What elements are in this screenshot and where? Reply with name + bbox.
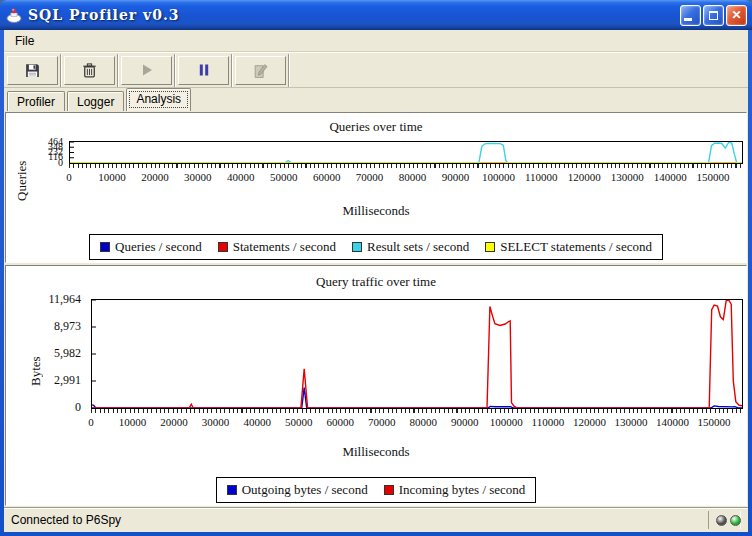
legend-swatch-icon [352, 242, 362, 252]
toolbar-separator [60, 54, 62, 87]
x-axis-minor-ticks [91, 409, 743, 413]
menu-bar: File [4, 30, 748, 52]
minimize-button[interactable] [680, 5, 701, 26]
series-line [92, 388, 742, 408]
legend-item: SELECT statements / second [485, 239, 652, 255]
toolbar-separator [231, 54, 233, 87]
connection-indicators [708, 511, 741, 529]
plot-area [91, 299, 743, 409]
tab-logger[interactable]: Logger [67, 91, 124, 111]
app-icon [5, 6, 23, 24]
legend-swatch-icon [485, 242, 495, 252]
menu-file[interactable]: File [8, 31, 41, 51]
window-controls: ✕ [680, 5, 747, 26]
chart-legend: Queries / secondStatements / secondResul… [6, 234, 746, 260]
series-line [92, 300, 742, 408]
x-axis-label: Milliseconds [6, 203, 746, 219]
window-title: SQL Profiler v0.3 [28, 7, 180, 23]
save-icon [24, 62, 41, 79]
status-text: Connected to P6Spy [11, 513, 121, 527]
edit-button[interactable] [235, 56, 286, 85]
save-button[interactable] [7, 56, 58, 85]
tab-profiler[interactable]: Profiler [7, 91, 65, 111]
chart-lines [92, 300, 742, 408]
x-axis-ticks: 0100002000030000400005000060000700008000… [91, 416, 743, 430]
close-button[interactable]: ✕ [726, 5, 747, 26]
y-tick-label: 0 [3, 402, 81, 413]
legend-label: SELECT statements / second [500, 239, 652, 255]
delete-button[interactable] [64, 56, 115, 85]
trash-icon [81, 62, 98, 79]
chart-title: Queries over time [6, 119, 746, 135]
maximize-icon [709, 11, 718, 20]
chart-legend: Outgoing bytes / secondIncoming bytes / … [6, 477, 746, 503]
app-window: SQL Profiler v0.3 ✕ File [0, 0, 752, 536]
legend-swatch-icon [100, 242, 110, 252]
legend-item: Outgoing bytes / second [227, 482, 368, 498]
legend-swatch-icon [384, 485, 394, 495]
y-tick-label: 0 [39, 157, 63, 168]
toolbar-separator [288, 54, 290, 87]
tab-analysis[interactable]: Analysis [126, 88, 191, 111]
chart-title: Query traffic over time [6, 274, 746, 290]
legend-label: Outgoing bytes / second [242, 482, 368, 498]
x-tick-label: 150000 [688, 416, 740, 428]
y-tick-label: 11,964 [3, 294, 81, 305]
play-icon [139, 62, 155, 78]
maximize-button[interactable] [703, 5, 724, 26]
legend-item: Statements / second [218, 239, 336, 255]
y-tick-label: 8,973 [3, 321, 81, 332]
legend-item: Incoming bytes / second [384, 482, 526, 498]
edit-icon [252, 62, 269, 79]
toolbar [4, 52, 748, 88]
plot-area [69, 141, 743, 164]
toolbar-separator [174, 54, 176, 87]
status-led-off-icon [716, 515, 727, 526]
legend-item: Queries / second [100, 239, 202, 255]
y-axis-ticks: 11,9648,9735,9822,9910 [6, 299, 84, 409]
legend-swatch-icon [227, 485, 237, 495]
chart-query-traffic-over-time: Query traffic over time Bytes 11,9648,97… [5, 265, 747, 506]
pause-icon [196, 62, 212, 78]
status-bar: Connected to P6Spy [4, 507, 748, 532]
legend-label: Statements / second [233, 239, 336, 255]
legend-swatch-icon [218, 242, 228, 252]
play-button[interactable] [121, 56, 172, 85]
y-axis-ticks: 4643482321160 [42, 141, 66, 164]
minimize-icon [684, 18, 692, 21]
status-led-on-icon [730, 515, 741, 526]
chart-queries-over-time: Queries over time Queries 4643482321160 … [5, 112, 747, 263]
pause-button[interactable] [178, 56, 229, 85]
chart-lines [70, 142, 742, 163]
series-line [70, 142, 742, 163]
x-axis-minor-ticks [69, 164, 743, 168]
title-bar: SQL Profiler v0.3 ✕ [0, 0, 752, 30]
legend-item: Result sets / second [352, 239, 469, 255]
window-body: File [4, 30, 748, 532]
y-tick-label: 5,982 [3, 348, 81, 359]
y-tick-label: 2,991 [3, 375, 81, 386]
close-icon: ✕ [731, 9, 741, 21]
x-tick-label: 150000 [687, 171, 739, 183]
x-axis-ticks: 0100002000030000400005000060000700008000… [69, 171, 743, 185]
tab-bar: Profiler Logger Analysis [4, 88, 748, 111]
x-axis-label: Milliseconds [6, 444, 746, 460]
legend-label: Queries / second [115, 239, 202, 255]
legend-label: Result sets / second [367, 239, 469, 255]
legend-label: Incoming bytes / second [399, 482, 526, 498]
toolbar-separator [117, 54, 119, 87]
analysis-content: Queries over time Queries 4643482321160 … [4, 111, 748, 507]
